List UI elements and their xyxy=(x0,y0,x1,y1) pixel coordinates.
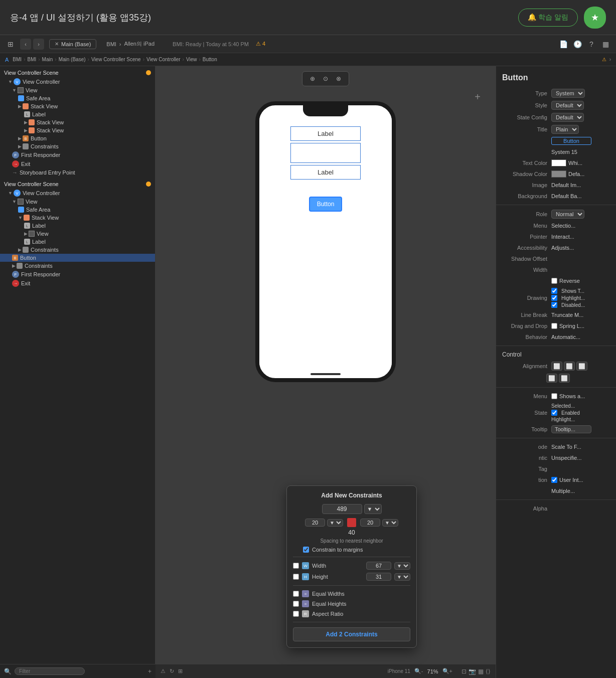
align-tool-icon[interactable]: ⊡ xyxy=(461,668,467,675)
rp-state-config-select[interactable]: Default xyxy=(551,113,584,122)
sidebar-item-fr2[interactable]: F First Responder xyxy=(0,270,155,279)
iphone-button[interactable]: Button xyxy=(309,197,343,212)
breadcrumb-main-base[interactable]: Main (Base) xyxy=(59,57,86,62)
canvas-grid-icon[interactable]: ⊞ xyxy=(178,668,183,674)
enabled-checkbox[interactable] xyxy=(551,410,557,416)
equal-widths-checkbox[interactable] xyxy=(293,591,299,597)
popup-left-select[interactable]: ▼ xyxy=(327,519,343,527)
height-value-select[interactable]: ▼ xyxy=(394,573,410,581)
sidebar-item-safe1[interactable]: Safe Area xyxy=(0,94,155,102)
width-value-input[interactable] xyxy=(366,562,391,570)
canvas-btn2[interactable]: ⊙ xyxy=(321,74,331,84)
sidebar-item-vc2[interactable]: ▼ V View Controller xyxy=(0,189,155,198)
shows-checkbox[interactable] xyxy=(551,288,557,294)
sidebar-item-stack1[interactable]: ▶ Stack View xyxy=(0,102,155,110)
rp-role-select[interactable]: Normal xyxy=(551,210,584,219)
sidebar-item-const1[interactable]: ▶ Constraints xyxy=(0,142,155,150)
back-button[interactable]: ‹ xyxy=(20,39,31,50)
zoom-in-icon[interactable]: 🔍+ xyxy=(442,668,452,674)
highlight-checkbox[interactable] xyxy=(551,295,557,301)
menu-shows-checkbox[interactable] xyxy=(551,393,557,399)
sidebar-item-label2[interactable]: L Label xyxy=(0,222,155,230)
sidebar-item-view1[interactable]: ▼ View xyxy=(0,86,155,94)
sidebar-item-const3[interactable]: ▶ Constraints xyxy=(0,262,155,270)
sidebar-item-safe2[interactable]: Safe Area xyxy=(0,206,155,214)
canvas-warning-icon[interactable]: ⚠ xyxy=(161,668,166,674)
breadcrumb-vc[interactable]: View Controller xyxy=(146,57,181,62)
popup-top-select[interactable]: ▼ xyxy=(364,504,382,514)
warning-badge[interactable]: ⚠ 4 xyxy=(256,41,265,47)
button-title-input[interactable] xyxy=(551,137,591,145)
chevron-nav-icon[interactable]: › xyxy=(609,57,611,62)
share-icon[interactable]: ⟨⟩ xyxy=(486,668,491,675)
sidebar-item-entry[interactable]: → Storyboard Entry Point xyxy=(0,168,155,177)
width-checkbox[interactable] xyxy=(293,563,299,569)
breadcrumb-bmi2[interactable]: BMI xyxy=(27,57,36,62)
breadcrumb-bmi1[interactable]: BMI xyxy=(13,57,22,62)
file-icon[interactable]: 📄 xyxy=(558,39,569,50)
filter-input[interactable] xyxy=(15,667,85,675)
breadcrumb-vc-scene[interactable]: View Controller Scene xyxy=(91,57,141,62)
sidebar-item-fr1[interactable]: F First Responder xyxy=(0,150,155,159)
sidebar-item-label3[interactable]: L Label xyxy=(0,238,155,246)
clock-icon[interactable]: 🕐 xyxy=(572,39,583,50)
sidebar-item-view3[interactable]: ▶ View xyxy=(0,230,155,238)
align-center-icon[interactable]: ⬜ xyxy=(564,362,575,371)
zoom-out-icon[interactable]: 🔍- xyxy=(414,668,423,674)
star-button[interactable]: ★ xyxy=(584,7,606,29)
align-right-icon[interactable]: ⬜ xyxy=(576,362,587,371)
disabled-checkbox[interactable] xyxy=(551,302,557,308)
forward-button[interactable]: › xyxy=(33,39,44,50)
align-top-icon[interactable]: ⬜ xyxy=(546,374,557,383)
tab-main-base[interactable]: ✕ Main (Base) xyxy=(49,39,96,49)
rp-type-select[interactable]: System xyxy=(551,89,585,98)
breadcrumb-main[interactable]: Main xyxy=(42,57,53,62)
tooltip-input[interactable] xyxy=(551,425,591,433)
sidebar-item-exit2[interactable]: → Exit xyxy=(0,279,155,288)
canvas-btn3[interactable]: ⊗ xyxy=(334,74,344,84)
popup-right-input[interactable] xyxy=(360,519,380,527)
canvas-plus-icon[interactable]: + xyxy=(475,91,481,103)
sidebar-item-stack4[interactable]: ▼ Stack View xyxy=(0,214,155,222)
text-color-swatch[interactable] xyxy=(551,159,566,166)
popup-top-input[interactable] xyxy=(322,504,362,514)
breadcrumb-button[interactable]: Button xyxy=(203,57,217,62)
add-object-button[interactable]: + xyxy=(148,668,151,675)
tab-close-icon[interactable]: ✕ xyxy=(55,41,59,47)
question-icon[interactable]: ? xyxy=(586,39,597,50)
aspect-ratio-checkbox[interactable] xyxy=(293,611,299,617)
sidebar-item-btn1[interactable]: ▶ B Button xyxy=(0,134,155,142)
sidebar-item-btn2[interactable]: B Button xyxy=(0,254,155,262)
reverse-checkbox[interactable] xyxy=(551,278,557,284)
shadow-color-swatch[interactable] xyxy=(551,171,566,178)
sidebar-item-stack3[interactable]: ▶ Stack View xyxy=(0,126,155,134)
add-constraints-button[interactable]: Add 2 Constraints xyxy=(293,627,410,641)
camera-icon[interactable]: 📷 xyxy=(469,668,476,675)
align-left-icon[interactable]: ⬜ xyxy=(551,362,562,371)
height-value-input[interactable] xyxy=(366,573,391,581)
popup-right-select[interactable]: ▼ xyxy=(382,519,398,527)
sidebar-item-stack2[interactable]: ▶ Stack View xyxy=(0,118,155,126)
sidebar-item-view2[interactable]: ▼ View xyxy=(0,198,155,206)
grid-icon[interactable]: ⊞ xyxy=(5,39,16,50)
sidebar-item-exit1[interactable]: → Exit xyxy=(0,159,155,168)
user-int-checkbox[interactable] xyxy=(551,477,557,483)
align-middle-icon[interactable]: ⬜ xyxy=(559,374,570,383)
rp-style-select[interactable]: Default xyxy=(551,101,584,110)
embed-icon[interactable]: ▦ xyxy=(478,668,484,675)
inspector-icon[interactable]: ▦ xyxy=(600,39,611,50)
canvas-btn1[interactable]: ⊕ xyxy=(307,74,318,84)
canvas-refresh-icon[interactable]: ↻ xyxy=(170,668,174,674)
drag-drop-checkbox[interactable] xyxy=(551,323,557,329)
equal-heights-checkbox[interactable] xyxy=(293,601,299,607)
alarm-button[interactable]: 🔔 학습 알림 xyxy=(518,9,578,27)
sidebar-item-vc1[interactable]: ▼ V View Controller xyxy=(0,77,155,86)
breadcrumb-view[interactable]: View xyxy=(186,57,197,62)
sidebar-item-const2[interactable]: ▶ Constraints xyxy=(0,246,155,254)
sidebar-item-label1[interactable]: L Label xyxy=(0,110,155,118)
rp-title-select[interactable]: Plain xyxy=(551,125,579,134)
height-checkbox[interactable] xyxy=(293,574,299,580)
popup-left-input[interactable] xyxy=(305,519,325,527)
constrain-margins-checkbox[interactable] xyxy=(303,547,309,553)
width-value-select[interactable]: ▼ xyxy=(394,562,410,570)
